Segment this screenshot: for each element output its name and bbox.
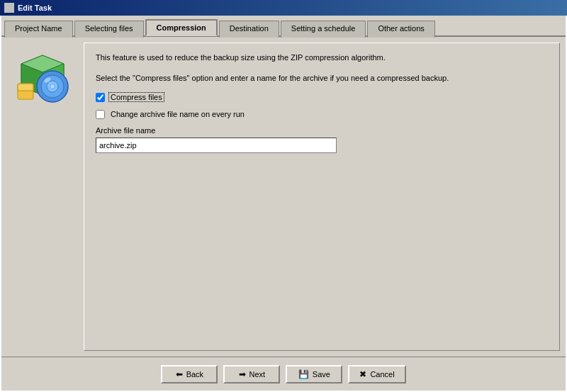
main-window: Project Name Selecting files Compression… (0, 16, 567, 392)
content-area: This feature is used to reduce the backu… (1, 37, 566, 357)
archive-field-label: Archive file name (96, 126, 548, 135)
main-panel: This feature is used to reduce the backu… (84, 43, 560, 351)
next-icon: ➡ (239, 369, 246, 379)
save-button[interactable]: 💾 Save (286, 365, 342, 383)
change-archive-label[interactable]: Change archive file name on every run (108, 109, 247, 119)
tab-project-name[interactable]: Project Name (4, 21, 73, 38)
title-icon (4, 3, 14, 13)
icon-area (7, 43, 78, 351)
button-bar: ⬅ Back ➡ Next 💾 Save ✖ Cancel (1, 357, 566, 391)
next-button[interactable]: ➡ Next (223, 365, 280, 383)
back-icon: ⬅ (176, 369, 183, 379)
cancel-button[interactable]: ✖ Cancel (348, 365, 405, 383)
svg-point-9 (50, 84, 55, 89)
back-button[interactable]: ⬅ Back (161, 365, 218, 383)
tab-compression[interactable]: Compression (145, 19, 218, 36)
tab-setting-schedule[interactable]: Setting a schedule (281, 21, 366, 38)
app-icon (14, 50, 71, 106)
tab-destination[interactable]: Destination (219, 21, 279, 38)
tab-other-actions[interactable]: Other actions (367, 21, 434, 38)
tab-bar: Project Name Selecting files Compression… (1, 16, 566, 37)
back-label: Back (186, 370, 203, 379)
change-archive-checkbox[interactable] (96, 110, 105, 119)
save-icon: 💾 (298, 369, 309, 379)
archive-filename-input[interactable] (96, 138, 337, 153)
description1: This feature is used to reduce the backu… (96, 52, 548, 64)
next-label: Next (249, 370, 266, 379)
svg-rect-5 (18, 84, 33, 91)
description2: Select the "Compress files" option and e… (96, 72, 548, 84)
compress-files-checkbox[interactable] (96, 93, 105, 102)
title-text: Edit Task (18, 4, 52, 12)
cancel-icon: ✖ (359, 369, 366, 379)
change-archive-row: Change archive file name on every run (96, 109, 548, 119)
tab-selecting-files[interactable]: Selecting files (74, 21, 144, 38)
save-label: Save (313, 370, 330, 379)
compress-files-label[interactable]: Compress files (108, 92, 164, 102)
cancel-label: Cancel (370, 370, 394, 379)
title-bar: Edit Task (0, 0, 567, 16)
compress-files-row: Compress files (96, 92, 548, 102)
